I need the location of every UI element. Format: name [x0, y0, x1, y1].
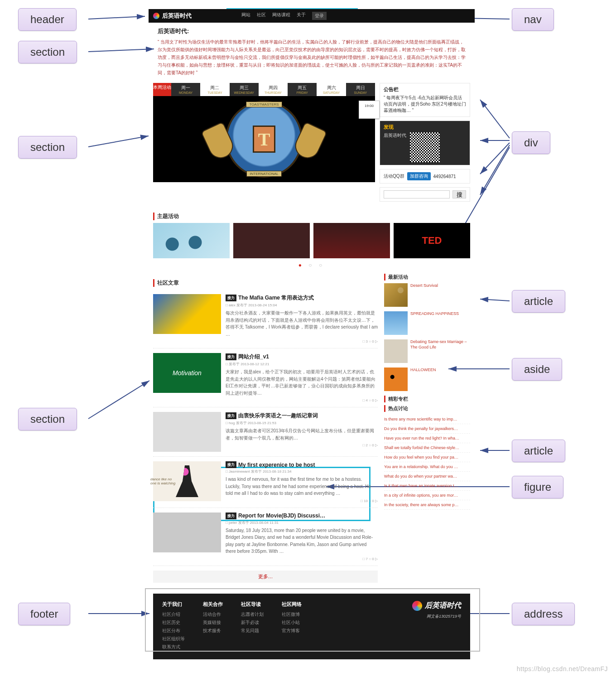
logo-icon — [153, 13, 159, 19]
aside-item[interactable]: SPREADING HAPPINESS — [384, 311, 470, 335]
hot-link[interactable]: Is there any more scientific way to imp… — [384, 415, 470, 424]
article-figure: Motivation — [153, 353, 221, 393]
tab-thu[interactable]: 周四THURSDAY — [259, 83, 288, 96]
tab-wed[interactable]: 周三WEDNESDAY — [230, 83, 259, 96]
hot-link[interactable]: In the society, there are always some p… — [384, 500, 470, 510]
hot-link[interactable]: Shall we totally forbid the Chinese-styl… — [384, 443, 470, 453]
aside-item[interactable]: Debating Same-sex Marriage – The Good Li… — [384, 339, 470, 363]
article-item: 接力The Mafia Game 常用表达方式 □ alex 发布于 2013-… — [153, 290, 378, 348]
load-more-button[interactable]: 更多… — [153, 571, 378, 583]
nav-item[interactable]: 网站 — [241, 12, 250, 20]
article-meta: □ hog 发布于 2013-08-15 21:53 — [226, 421, 378, 426]
webpage-mock: 后英语时代 网站 社区 网络课程 关于 登录 后英语时代: “ 当用文了时性为场… — [149, 9, 475, 659]
article-title[interactable]: 由衷快乐学英语之一--趣纸记章词 — [238, 412, 318, 420]
search-button[interactable]: 搜 — [452, 190, 466, 198]
article-title[interactable]: My first experenice to be host — [238, 462, 315, 468]
category-badge: 接力 — [226, 461, 236, 468]
discover-panel: 发现 后英语时代 — [380, 121, 470, 165]
category-badge: 接力 — [226, 353, 236, 360]
article-meta: □ alex 发布于 2013-08-24 15:04 — [226, 303, 378, 308]
callout-figure: figure — [512, 476, 563, 498]
main-nav: 网站 社区 网络课程 关于 登录 — [241, 12, 327, 20]
aside-item[interactable]: Desert Survival — [384, 283, 470, 307]
article-actions[interactable]: □ 2 ○ 0 ▷ — [226, 443, 378, 447]
article-meta: □ Jasminewant 发布于 2013-08-18 21:34 — [226, 469, 378, 474]
tab-tue[interactable]: 周二TUESDAY — [200, 83, 229, 96]
intro-title: 后英语时代: — [158, 27, 466, 35]
discover-title: 发现 — [384, 124, 466, 131]
site-header: 后英语时代 网站 社区 网络课程 关于 登录 — [149, 9, 475, 23]
hot-link[interactable]: In a city of infinite options, you are m… — [384, 491, 470, 500]
article-meta: □ 发布于 2013-08-12 12:21 — [226, 362, 378, 367]
article-actions[interactable]: □ 3 ○ 0 ▷ — [226, 339, 378, 343]
article-actions[interactable]: □ 4 ○ 0 ▷ — [226, 398, 378, 402]
time-badge: 19:00 — [359, 101, 380, 119]
thumb-ted[interactable]: TED — [394, 223, 470, 258]
svg-line-9 — [480, 145, 510, 195]
aside-thumb — [384, 311, 408, 335]
qq-label: 活动QQ群 — [384, 173, 404, 179]
watermark: https://blog.csdn.net/DreamFJ — [517, 665, 608, 672]
article-title[interactable]: The Mafia Game 常用表达方式 — [238, 294, 314, 302]
hot-link[interactable]: Have you ever run the red light? In wha… — [384, 434, 470, 443]
carousel-dots[interactable]: ● ○ ○ — [149, 262, 475, 268]
search-panel: 搜 — [380, 187, 470, 202]
notice-body: “ 每周夜下午5点 -6点为起新网听会员活动页内说明，提升Soho 东区2号楼地… — [384, 95, 466, 114]
aside-fav-title: 精彩专栏 — [384, 396, 470, 402]
aside-recent-title: 最新活动 — [384, 274, 470, 280]
article-excerpt: 大家好，我是alex，给个正下我的初次，咱要用于后英语时人艺术的话，也是先走大的… — [226, 368, 378, 397]
footer-frame — [145, 588, 480, 652]
article-figure — [153, 294, 221, 334]
svg-line-2 — [88, 136, 149, 147]
callout-header: header — [18, 8, 77, 31]
tab-sun[interactable]: 周日SUNDAY — [346, 83, 375, 96]
thumb[interactable] — [313, 223, 390, 258]
hot-link-list: Is there any more scientific way to imp…… — [384, 415, 470, 510]
aside-thumb — [384, 368, 408, 391]
nav-item[interactable]: 登录 — [312, 12, 327, 20]
article-excerpt: 该篇文章再由老者可区2013年6月仅告公号网站上发布分练，但是重谢要阅者，知智要… — [226, 427, 378, 441]
hot-link[interactable]: What do you do when your partner wa… — [384, 472, 470, 481]
sidebar: 最新活动 Desert Survival SPREADING HAPPINESS… — [384, 272, 470, 583]
tab-fri[interactable]: 周五FRIDAY — [288, 83, 317, 96]
aside-item[interactable]: HALLOWEEN — [384, 368, 470, 391]
articles-column: 社区文章 接力The Mafia Game 常用表达方式 □ alex 发布于 … — [153, 272, 378, 583]
article-title[interactable]: Report for Movie(BJD) Discussi… — [238, 513, 325, 519]
ribbon-bottom: INTERNATIONAL — [246, 171, 281, 177]
article-figure — [153, 513, 221, 552]
callout-aside: aside — [512, 358, 562, 381]
nav-item[interactable]: 社区 — [257, 12, 266, 20]
notice-title: 公告栏 — [384, 86, 466, 93]
article-meta: □ peter 发布于 2013-08-04 11:31 — [226, 520, 378, 525]
svg-line-3 — [88, 381, 149, 419]
article-excerpt: Saturday, 18 July 2013, more than 20 peo… — [226, 527, 378, 555]
thumb[interactable] — [233, 223, 310, 258]
strip-title: 主题活动 — [153, 213, 470, 220]
svg-line-11 — [480, 299, 510, 301]
article-figure: dance like no one is watching — [153, 461, 221, 501]
callout-nav: nav — [512, 8, 554, 31]
article-actions[interactable]: □ 7 ○ 0 ▷ — [226, 557, 378, 561]
hot-link[interactable]: You are in a relationship. What do you … — [384, 462, 470, 472]
callout-section: section — [18, 408, 77, 430]
nav-item[interactable]: 网络课程 — [272, 12, 290, 20]
nav-item[interactable]: 关于 — [297, 12, 306, 20]
qr-code-icon — [410, 132, 440, 162]
hero-banner: TOASTMASTERS T INTERNATIONAL 19:00 — [153, 96, 375, 182]
article-title[interactable]: 网站介绍_v1 — [238, 353, 269, 361]
tab-mon[interactable]: 周一MONDAY — [171, 83, 200, 96]
search-input[interactable] — [384, 190, 450, 198]
article-actions[interactable]: □ 10 ○ 0 ▷ — [226, 499, 378, 503]
svg-line-0 — [88, 16, 145, 19]
hot-link[interactable]: Do you think the penalty for jaywalkers… — [384, 424, 470, 434]
callout-article: article — [512, 290, 565, 313]
hot-link[interactable]: Is it that men have an innate aversion t… — [384, 481, 470, 491]
toastmasters-logo-icon: TOASTMASTERS T INTERNATIONAL — [226, 101, 303, 178]
week-tag: 本周活动 — [153, 83, 171, 96]
thumb[interactable] — [153, 223, 230, 258]
svg-line-1 — [88, 49, 154, 52]
qq-join-button[interactable]: 加群咨询 — [407, 172, 431, 180]
tab-sat[interactable]: 周六SATURDAY — [317, 83, 346, 96]
hot-link[interactable]: How do you feel when you find your pa… — [384, 453, 470, 462]
callout-article: article — [512, 440, 565, 462]
